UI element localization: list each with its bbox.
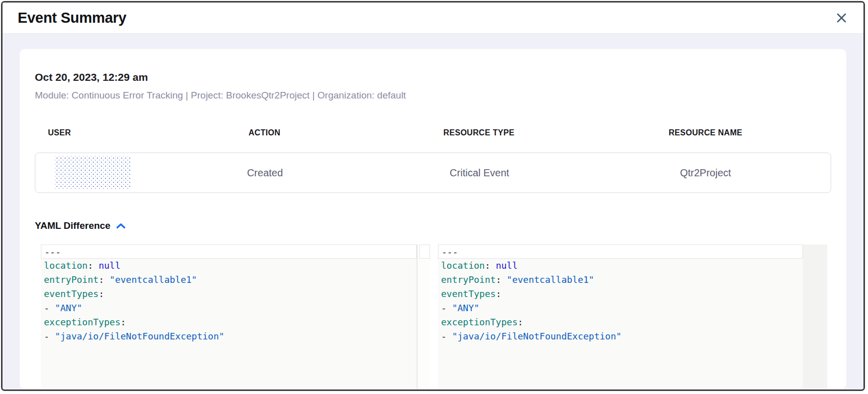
yaml-line: exceptionTypes: bbox=[438, 315, 803, 329]
scrollbar-right[interactable] bbox=[803, 244, 827, 389]
yaml-difference-toggle[interactable]: YAML Difference bbox=[35, 220, 126, 231]
yaml-line: - "java/io/FileNotFoundException" bbox=[438, 329, 803, 343]
yaml-line: eventTypes: bbox=[438, 287, 803, 301]
yaml-line: - "ANY" bbox=[41, 301, 417, 315]
scrollbar-highlight bbox=[419, 244, 430, 259]
cell-resource-name: Qtr2Project bbox=[580, 167, 831, 179]
column-header-action: ACTION bbox=[151, 128, 378, 137]
cell-action: Created bbox=[151, 167, 378, 179]
yaml-panel-right[interactable]: ---location: nullentryPoint: "eventcalla… bbox=[438, 244, 827, 389]
yaml-line: entryPoint: "eventcallable1" bbox=[438, 273, 803, 287]
table-row: Created Critical Event Qtr2Project bbox=[35, 153, 831, 193]
yaml-difference-label: YAML Difference bbox=[35, 220, 111, 231]
yaml-line: exceptionTypes: bbox=[41, 315, 417, 329]
event-summary-card: Oct 20, 2023, 12:29 am Module: Continuou… bbox=[20, 49, 846, 389]
yaml-line: location: null bbox=[438, 259, 803, 273]
modal-title: Event Summary bbox=[18, 10, 126, 26]
yaml-code-left: ---location: nullentryPoint: "eventcalla… bbox=[41, 244, 417, 389]
close-button[interactable] bbox=[834, 10, 849, 26]
yaml-panel-left[interactable]: ---location: nullentryPoint: "eventcalla… bbox=[41, 244, 430, 389]
event-timestamp: Oct 20, 2023, 12:29 am bbox=[35, 71, 831, 83]
yaml-line: - "java/io/FileNotFoundException" bbox=[41, 329, 417, 343]
chevron-up-icon bbox=[116, 223, 126, 229]
yaml-code-right: ---location: nullentryPoint: "eventcalla… bbox=[438, 244, 803, 389]
column-header-resource-name: RESOURCE NAME bbox=[580, 128, 831, 137]
event-summary-modal: Event Summary Oct 20, 2023, 12:29 am Mod… bbox=[1, 1, 865, 391]
yaml-line: --- bbox=[41, 244, 417, 259]
modal-body: Oct 20, 2023, 12:29 am Module: Continuou… bbox=[3, 34, 863, 389]
audit-table: USER ACTION RESOURCE TYPE RESOURCE NAME … bbox=[35, 128, 831, 193]
redacted-user-pattern bbox=[55, 156, 131, 189]
modal-header: Event Summary bbox=[3, 3, 863, 34]
scrollbar-left[interactable] bbox=[417, 244, 430, 389]
yaml-diff-view: ---location: nullentryPoint: "eventcalla… bbox=[41, 244, 827, 389]
close-icon bbox=[836, 12, 847, 24]
cell-resource-type: Critical Event bbox=[378, 167, 580, 179]
yaml-line: --- bbox=[438, 244, 803, 259]
yaml-line: location: null bbox=[41, 259, 417, 273]
column-header-resource-type: RESOURCE TYPE bbox=[378, 128, 580, 137]
yaml-line: entryPoint: "eventcallable1" bbox=[41, 273, 417, 287]
yaml-line: - "ANY" bbox=[438, 301, 803, 315]
table-header-row: USER ACTION RESOURCE TYPE RESOURCE NAME bbox=[35, 128, 831, 137]
event-context: Module: Continuous Error Tracking | Proj… bbox=[35, 90, 831, 101]
cell-user bbox=[35, 156, 151, 189]
column-header-user: USER bbox=[35, 128, 151, 137]
yaml-line: eventTypes: bbox=[41, 287, 417, 301]
